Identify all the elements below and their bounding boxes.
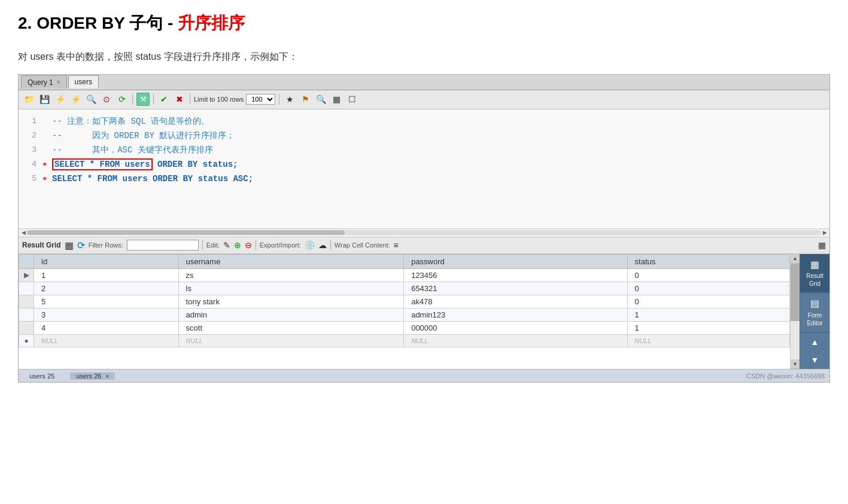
col-id-header: id [34,254,179,268]
row-marker-2 [19,282,34,295]
cell-status-4: 1 [627,321,789,334]
magnify-icon[interactable]: 🔍 [314,93,327,106]
cell-password-3: admin123 [404,308,627,321]
horizontal-scrollbar[interactable]: ◀ ▶ [19,229,829,237]
filter-rows-label: Filter Rows: [89,242,123,249]
side-panel-form-label: FormEditor [807,312,822,326]
scroll-thumb [27,230,345,235]
edit-add-icon[interactable]: ⊕ [234,240,241,250]
cell-null-2: NULL [178,334,404,347]
cell-null-1: NULL [34,334,179,347]
side-panel-grid-icon: ▦ [803,259,827,271]
tab-users[interactable]: users [68,75,99,88]
row-marker-5 [19,295,34,308]
cell-null-4: NULL [627,334,789,347]
limit-dropdown[interactable]: 100 200 500 [246,94,275,105]
status-tab-users25[interactable]: users 25 [23,372,60,380]
toolbar-sep4 [279,94,279,105]
cell-status-2: 0 [627,282,789,295]
side-panel-down-btn[interactable]: ▼ [800,351,829,369]
table-row: 3 admin admin123 1 [19,308,790,321]
brand-watermark: CSDN @weixin: 44356698 [746,372,825,380]
cell-username-3: admin [178,308,404,321]
workbench-container: Query 1 × users 📁 💾 ⚡ ⚡ 🔍 ⊙ ⟳ ⚒ ✔ ✖ Limi… [18,74,830,383]
execute-icon[interactable]: ⚡ [53,93,66,106]
table-row: 4 scott 000000 1 [19,321,790,334]
toolbar-sep3 [190,94,190,105]
side-panel: ▦ ResultGrid ▤ FormEditor ▲ ▼ [800,254,829,369]
cell-status-1: 0 [627,268,789,282]
row-marker-1: ▶ [19,268,34,282]
code-editor: 1 -- 注意：如下两条 SQL 语句是等价的。 2 -- 因为 ORDER B… [19,109,829,229]
grid-icon[interactable]: ▦ [330,93,343,106]
status-bar: users 25 users 26 × CSDN @weixin: 443566… [19,369,829,382]
cell-username-1: zs [178,268,404,282]
result-grid-icon[interactable]: ▦ [65,240,74,251]
cell-null-3: NULL [404,334,627,347]
col-password-header: password [404,254,627,268]
edit-pencil-icon[interactable]: ✎ [223,240,230,250]
result-grid-tab[interactable]: Result Grid [22,241,61,249]
search-icon[interactable]: 🔍 [84,93,98,106]
scroll-vert-thumb [791,264,800,321]
status-tab-close[interactable]: × [105,373,109,380]
tab-query1[interactable]: Query 1 × [21,75,67,88]
scroll-left-arrow[interactable]: ◀ [20,229,27,236]
wrap-icon[interactable]: ≡ [394,240,399,250]
limit-label: Limit to 100 rows [194,96,244,103]
cell-password-1: 123456 [404,268,627,282]
side-panel-result-grid-btn[interactable]: ▦ ResultGrid [800,254,829,294]
editor-toolbar: 📁 💾 ⚡ ⚡ 🔍 ⊙ ⟳ ⚒ ✔ ✖ Limit to 100 rows 10… [19,90,829,109]
result-table: id username password status ▶ 1 zs 12345… [19,254,790,347]
execute2-icon[interactable]: ⚡ [69,93,82,106]
import-icon[interactable]: ☁ [318,240,327,250]
vertical-scrollbar[interactable]: ▲ ▼ [790,254,800,369]
folder-icon[interactable]: 📁 [22,93,35,106]
row-marker-4 [19,321,34,334]
cancel-icon[interactable]: ✖ [173,93,186,106]
scroll-up-arrow[interactable]: ▲ [791,254,800,264]
col-status-header: status [627,254,789,268]
stop-icon[interactable]: ⊙ [100,93,113,106]
table-row-null: ● NULL NULL NULL NULL [19,334,790,347]
table-row: 5 tony stark ak478 0 [19,295,790,308]
scroll-right-arrow[interactable]: ▶ [821,229,828,236]
side-panel-form-icon: ▤ [803,298,827,310]
side-panel-up-btn[interactable]: ▲ [800,333,829,351]
tab-close-query1[interactable]: × [57,79,60,85]
status-tab-users26[interactable]: users 26 × [70,372,115,380]
code-line-4: 4 ● SELECT * FROM users ORDER BY status; [19,157,829,172]
box-icon[interactable]: ☐ [345,93,358,106]
col-username-header: username [178,254,404,268]
cell-id-5: 5 [34,295,179,308]
cell-password-2: 654321 [404,282,627,295]
check-icon[interactable]: ✔ [157,93,171,106]
side-panel-form-editor-btn[interactable]: ▤ FormEditor [800,293,829,332]
data-table-container: id username password status ▶ 1 zs 12345… [19,254,829,369]
export-icon[interactable]: 💿 [305,240,315,250]
row-marker-3 [19,308,34,321]
workbench-icon[interactable]: ⚒ [136,93,150,106]
result-refresh-icon[interactable]: ⟳ [77,240,85,251]
scroll-vert-track [791,264,800,360]
flag-icon[interactable]: ⚑ [299,93,312,106]
cell-id-3: 3 [34,308,179,321]
data-table-main: id username password status ▶ 1 zs 12345… [19,254,790,369]
table-row: ▶ 1 zs 123456 0 [19,268,790,282]
code-line-5: 5 ● SELECT * FROM users ORDER BY status … [19,172,829,186]
cell-username-2: ls [178,282,404,295]
wrap-label: Wrap Cell Content: [335,242,390,249]
export-label: Export/Import: [260,242,301,249]
bookmark-icon[interactable]: ★ [283,93,296,106]
page-title: 2. ORDER BY 子句 - 升序排序 [18,12,830,35]
scroll-down-arrow[interactable]: ▼ [791,359,800,369]
cell-username-4: scott [178,321,404,334]
description-text: 对 users 表中的数据，按照 status 字段进行升序排序，示例如下： [18,49,830,65]
cell-id-2: 2 [34,282,179,295]
panel-toggle-icon[interactable]: ▦ [818,240,826,250]
filter-rows-input[interactable] [127,240,199,251]
save-icon[interactable]: 💾 [38,93,51,106]
edit-remove-icon[interactable]: ⊖ [245,240,252,250]
scroll-track [27,230,821,235]
refresh-icon[interactable]: ⟳ [116,93,129,106]
